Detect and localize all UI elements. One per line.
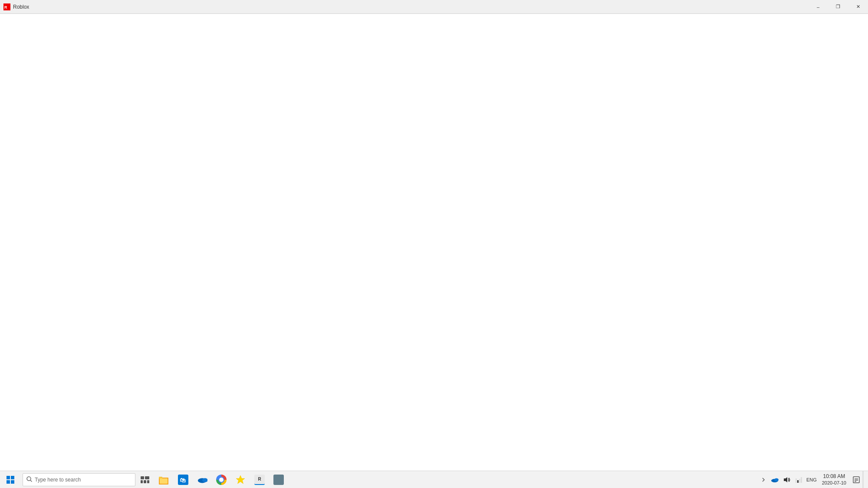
svg-rect-5 [145,476,149,479]
svg-rect-6 [141,480,143,483]
svg-marker-17 [236,475,245,484]
svg-rect-4 [141,476,144,479]
explorer-icon [159,475,169,485]
close-button[interactable]: ✕ [848,0,868,14]
svg-point-20 [774,478,779,481]
pinned-app-store[interactable]: 🛍 [174,471,193,488]
onedrive-icon [197,475,207,485]
pinned-app-onedrive[interactable] [193,471,212,488]
pinned-app-roblox[interactable]: R [250,471,269,488]
search-placeholder-text: Type here to search [35,477,132,483]
search-icon [26,476,32,483]
minimize-button[interactable]: – [808,0,828,14]
time-display: 10:08 AM [823,473,845,480]
svg-rect-22 [797,480,799,483]
pinned-app-bookmarks[interactable] [231,471,250,488]
svg-rect-11 [159,477,162,478]
svg-rect-23 [796,478,797,483]
tray-network-icon[interactable] [793,471,805,488]
start-square-3 [7,480,10,484]
svg-text:🛍: 🛍 [180,477,186,484]
taskbar: Type here to search [0,471,868,488]
svg-rect-26 [853,477,859,483]
roblox-icon: R [254,475,265,485]
clock-area[interactable]: 10:08 AM 2020-07-10 [819,471,850,488]
svg-line-3 [30,480,32,482]
search-bar[interactable]: Type here to search [23,473,135,486]
bookmarks-icon [235,475,246,485]
svg-marker-21 [784,477,787,482]
svg-rect-12 [160,478,168,484]
main-content [0,14,868,471]
start-square-1 [7,476,10,479]
taskbar-left: Type here to search [0,471,288,488]
title-bar: R Roblox – ❐ ✕ [0,0,868,14]
taskbar-right: ENG 10:08 AM 2020-07-10 [759,471,868,488]
pinned-app-unknown[interactable] [269,471,288,488]
notification-icon [853,476,860,483]
pinned-app-chrome[interactable] [212,471,231,488]
show-hidden-button[interactable] [759,471,768,488]
chrome-icon [216,475,227,485]
show-desktop-button[interactable] [863,471,866,488]
title-bar-controls: – ❐ ✕ [808,0,868,13]
pinned-apps: 🛍 [155,471,288,488]
svg-text:R: R [4,5,7,10]
svg-rect-25 [801,477,802,483]
svg-rect-24 [799,479,800,483]
title-bar-left: R Roblox [0,3,29,10]
unknown-app-icon [273,475,284,485]
svg-rect-7 [144,480,146,483]
tray-volume-icon[interactable] [781,471,792,488]
store-icon: 🛍 [178,475,188,485]
svg-point-2 [27,477,31,481]
title-bar-logo: R [3,3,10,10]
tray-onedrive-icon[interactable] [769,471,780,488]
start-icon [7,476,14,484]
notification-button[interactable] [850,471,863,488]
pinned-app-explorer[interactable] [155,471,174,488]
language-indicator[interactable]: ENG [805,471,819,488]
title-bar-title: Roblox [13,4,29,10]
start-square-4 [11,480,14,484]
start-square-2 [11,476,14,479]
task-view-button[interactable] [135,471,155,488]
task-view-icon [141,476,149,483]
date-display: 2020-07-10 [822,480,846,486]
svg-rect-8 [147,480,149,483]
svg-rect-18 [273,475,284,485]
restore-button[interactable]: ❐ [828,0,848,14]
system-tray [759,471,805,488]
start-button[interactable] [0,471,21,488]
